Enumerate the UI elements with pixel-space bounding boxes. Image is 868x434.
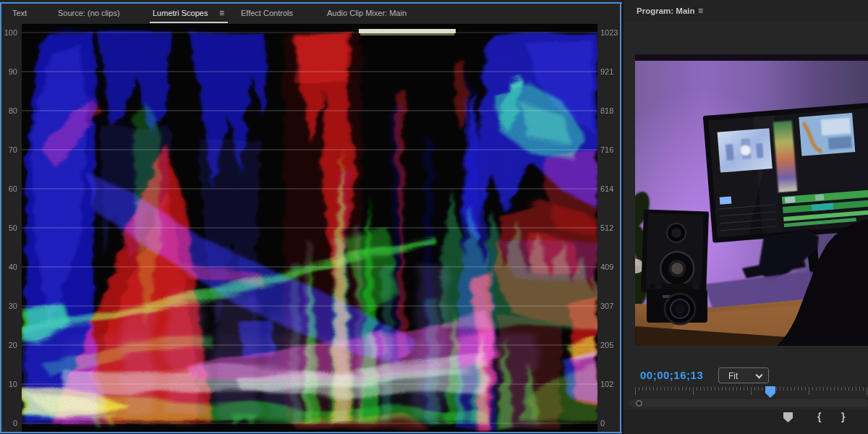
ruler-tick [657, 387, 658, 391]
ruler-tick [787, 387, 788, 391]
ruler-tick [823, 387, 824, 391]
panel-focus-border [0, 432, 622, 433]
ruler-tick [668, 387, 668, 391]
lumetri-scopes-panel: Text Source: (no clips) Lumetri Scopes ≡… [0, 0, 622, 434]
tab-text[interactable]: Text [12, 9, 27, 17]
scope-left-axis-label: 60 [0, 184, 17, 193]
ruler-tick [650, 387, 650, 391]
ruler-tick [848, 387, 849, 391]
ruler-tick [646, 387, 647, 391]
scope-right-axis-label: 409 [600, 263, 621, 271]
ruler-tick [812, 387, 813, 391]
ruler-tick [794, 387, 795, 391]
waveform-scope [22, 24, 597, 432]
ruler-tick [783, 387, 784, 391]
ruler-tick [715, 387, 715, 391]
scope-right-axis-label: 0 [600, 419, 621, 427]
scope-left-axis-label: 80 [0, 106, 17, 115]
tab-lumetri-scopes[interactable]: Lumetri Scopes [153, 9, 208, 17]
panel-tab-bar: Text Source: (no clips) Lumetri Scopes ≡… [1, 4, 620, 24]
tab-audio-clip-mixer[interactable]: Audio Clip Mixer: Main [327, 9, 407, 17]
video-content [635, 54, 868, 346]
transport-controls-bar [624, 409, 868, 434]
ruler-tick [729, 387, 730, 391]
scope-right-axis-label: 307 [600, 302, 621, 310]
ruler-tick [827, 387, 827, 391]
ruler-tick [852, 387, 853, 391]
ruler-tick [664, 387, 665, 391]
ruler-tick [780, 387, 780, 391]
ruler-tick [776, 387, 777, 391]
tab-effect-controls[interactable]: Effect Controls [241, 9, 293, 17]
scope-right-axis-label: 1023 [600, 28, 621, 37]
scope-right-axis-label: 205 [600, 341, 621, 349]
panel-menu-icon[interactable]: ≡ [698, 6, 702, 16]
panel-menu-icon[interactable]: ≡ [219, 8, 224, 18]
current-timecode[interactable]: 00;00;16;13 [640, 369, 703, 381]
ruler-tick [682, 387, 683, 391]
ruler-tick [816, 387, 817, 391]
zoom-level-dropdown[interactable]: Fit [718, 367, 769, 383]
program-panel-title[interactable]: Program: Main [637, 7, 695, 15]
scope-left-axis-label: 0 [0, 419, 17, 427]
scope-right-axis: 10239218187166145124093072051020 [600, 24, 621, 432]
ruler-tick [809, 387, 809, 395]
ruler-tick [642, 387, 643, 391]
panel-focus-border [0, 2, 622, 4]
playhead[interactable] [765, 386, 775, 398]
panel-focus-border [620, 2, 621, 433]
ruler-tick [704, 387, 705, 391]
ruler-tick [733, 387, 733, 391]
mark-out-button[interactable]: } [841, 411, 845, 422]
ruler-tick [820, 387, 820, 391]
program-video-frame[interactable] [635, 54, 868, 346]
ruler-tick [762, 387, 762, 391]
scrollbar-handle[interactable] [636, 400, 642, 407]
ruler-tick [845, 387, 846, 391]
ruler-tick [740, 387, 741, 391]
ruler-tick [686, 387, 686, 391]
ruler-tick [718, 387, 719, 391]
active-tab-underline [150, 22, 228, 23]
timeline-scrollbar[interactable] [629, 399, 868, 407]
ruler-tick [791, 387, 791, 391]
ruler-tick [805, 387, 806, 391]
scope-left-axis-label: 40 [0, 263, 17, 271]
tab-source[interactable]: Source: (no clips) [58, 9, 120, 17]
ruler-tick [856, 387, 856, 391]
ruler-tick [689, 387, 690, 391]
scope-right-axis-label: 818 [600, 106, 621, 115]
ruler-tick [726, 387, 726, 391]
scope-right-axis-label: 614 [600, 184, 621, 193]
scope-left-axis-label: 10 [0, 380, 17, 388]
panel-focus-border [0, 2, 1, 433]
ruler-tick [675, 387, 676, 391]
chevron-down-icon [756, 372, 763, 379]
ruler-tick [863, 387, 864, 391]
ruler-tick [722, 387, 723, 391]
scope-left-axis-label: 50 [0, 224, 17, 232]
ruler-tick [639, 387, 639, 391]
ruler-tick [841, 387, 842, 391]
scope-right-axis-label: 921 [600, 67, 621, 76]
ruler-tick [747, 387, 748, 391]
ruler-tick [744, 387, 744, 391]
ruler-tick [867, 387, 867, 395]
ruler-tick [758, 387, 759, 391]
program-monitor-panel: Program: Main ≡ [624, 0, 868, 434]
mark-in-button[interactable]: { [817, 411, 821, 422]
ruler-tick [660, 387, 661, 391]
scope-left-axis-label: 100 [0, 28, 17, 37]
ruler-tick [736, 387, 737, 391]
timeline-ruler[interactable] [635, 386, 868, 399]
scope-right-axis-label: 716 [600, 145, 621, 154]
ruler-tick [830, 387, 831, 391]
scope-left-axis-label: 30 [0, 302, 17, 310]
ruler-tick [754, 387, 755, 391]
ruler-tick [635, 387, 636, 395]
scope-left-axis-label: 90 [0, 67, 17, 76]
ruler-tick [653, 387, 654, 391]
ruler-tick [859, 387, 860, 391]
ruler-tick [700, 387, 701, 391]
ruler-tick [751, 387, 752, 395]
